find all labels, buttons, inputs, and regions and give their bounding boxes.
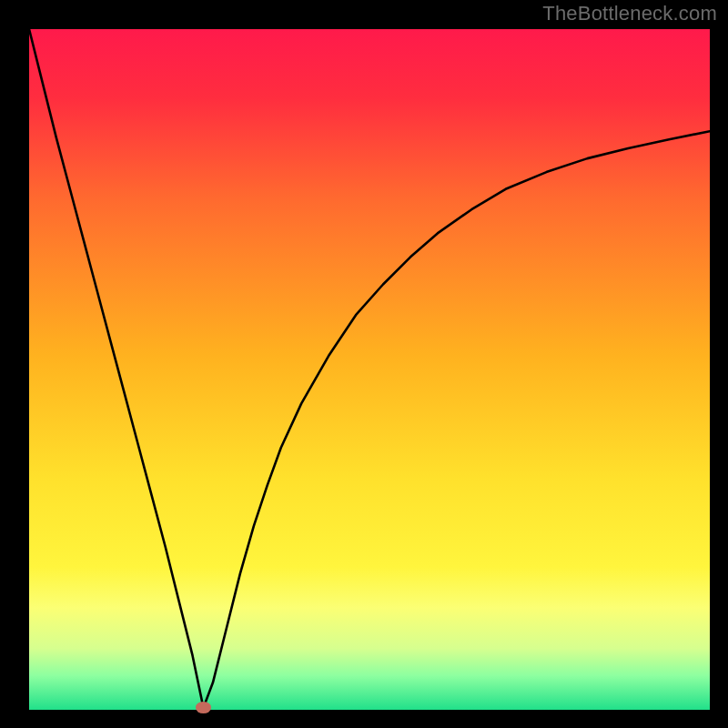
minimum-marker: [196, 702, 212, 713]
series-bottleneck-curve: [29, 29, 710, 708]
chart-svg: [29, 29, 710, 710]
watermark-text: TheBottleneck.com: [542, 2, 717, 25]
chart-frame: TheBottleneck.com: [0, 0, 728, 728]
plot-area: [29, 29, 710, 710]
